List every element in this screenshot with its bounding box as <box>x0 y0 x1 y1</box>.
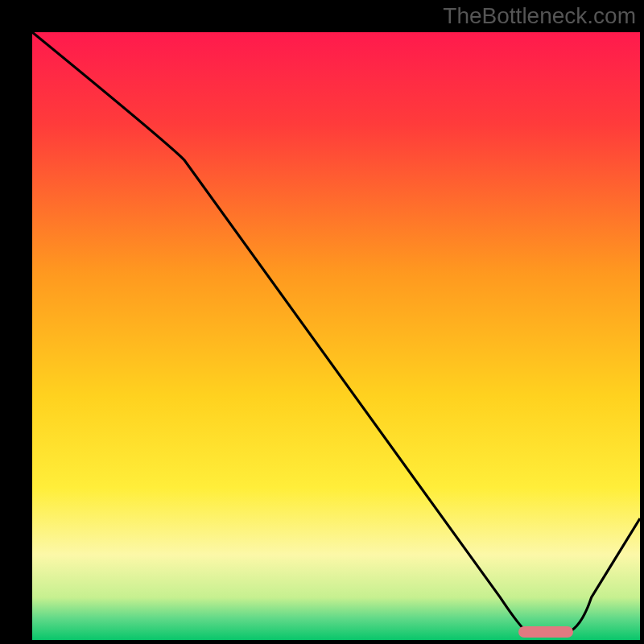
svg-rect-0 <box>32 32 640 640</box>
optimal-range-marker <box>518 626 573 638</box>
watermark-text: TheBottleneck.com <box>443 3 636 29</box>
chart-container: TheBottleneck.com <box>0 0 644 644</box>
gradient-background <box>32 32 640 640</box>
plot-area <box>32 32 640 640</box>
